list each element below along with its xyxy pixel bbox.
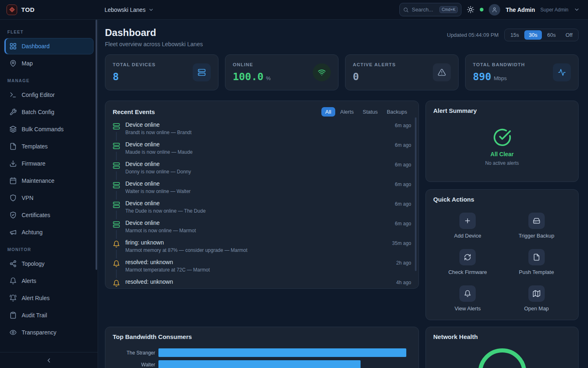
quick-action-check-firmware[interactable]: Check Firmware — [433, 249, 502, 275]
topbar-right: Search... Cmd+K The Admin Super Admin — [399, 3, 588, 16]
events-tab-all[interactable]: All — [321, 107, 335, 117]
topbar: TOD Lebowski Lanes Search... Cmd+K The A… — [0, 0, 588, 20]
event-title: resolved: unknown — [125, 278, 391, 285]
event-time: 35m ago — [392, 239, 411, 259]
avatar[interactable] — [489, 4, 500, 16]
stat-value: 0 — [353, 71, 359, 83]
event-body: Device onlineMaude is now online — Maude — [125, 141, 390, 161]
sidebar-item-alerts[interactable]: Alerts — [4, 273, 94, 289]
sidebar-item-audit-trail[interactable]: Audit Trail — [4, 307, 94, 323]
stat-value-row: 890Mbps — [473, 71, 525, 83]
server-icon — [198, 68, 206, 76]
bandwidth-bar-track — [158, 360, 411, 368]
bandwidth-bar — [158, 360, 361, 368]
sidebar-item-topology[interactable]: Topology — [4, 256, 94, 272]
sidebar-item-firmware[interactable]: Firmware — [4, 155, 94, 172]
event-body: resolved: unknown — [125, 278, 391, 288]
sidebar-collapse-button[interactable] — [0, 352, 98, 368]
sidebar-item-maintenance[interactable]: Maintenance — [4, 173, 94, 189]
stat-unit: % — [266, 75, 271, 81]
quick-action-button[interactable] — [459, 213, 476, 229]
quick-action-add-device[interactable]: Add Device — [433, 213, 502, 239]
sidebar-item-templates[interactable]: Templates — [4, 138, 94, 155]
events-tab-alerts[interactable]: Alerts — [336, 107, 358, 117]
page-header-text: Dashboard Fleet overview across Lebowski… — [105, 27, 203, 47]
bottom-row: Top Bandwidth Consumers The StrangerWalt… — [105, 327, 579, 368]
event-body: Device onlineMarmot is now online — Marm… — [125, 220, 390, 239]
panels-row: Recent Events AllAlertsStatusBackups Dev… — [105, 101, 579, 320]
event-row: Device onlineMaude is now online — Maude… — [113, 141, 411, 161]
refresh-option-15s[interactable]: 15s — [506, 30, 523, 40]
shield-check-icon — [9, 211, 17, 219]
sidebar-item-transparency[interactable]: Transparency — [4, 324, 94, 341]
sidebar-item-label: Dashboard — [22, 43, 50, 49]
theme-toggle-sun-icon[interactable] — [467, 6, 474, 13]
quick-action-button[interactable] — [528, 285, 545, 302]
connection-status-dot — [480, 8, 483, 11]
network-health-header: Network Health — [426, 327, 578, 343]
bandwidth-bar — [158, 348, 406, 357]
quick-action-button[interactable] — [459, 249, 476, 265]
timeline-connector — [116, 171, 117, 180]
stat-value: 100.0 — [233, 71, 263, 83]
sidebar-item-batch-config[interactable]: Batch Config — [4, 104, 94, 120]
events-tab-backups[interactable]: Backups — [383, 107, 411, 117]
sidebar-scrollbar[interactable] — [96, 20, 97, 270]
refresh-option-60s[interactable]: 60s — [543, 30, 560, 40]
quick-actions-panel: Quick Actions Add DeviceTrigger BackupCh… — [425, 189, 579, 320]
sidebar-item-vpn[interactable]: VPN — [4, 190, 94, 206]
sidebar-item-bulk-commands[interactable]: Bulk Commands — [4, 121, 94, 137]
quick-action-button[interactable] — [528, 213, 545, 229]
stat-value: 8 — [113, 71, 119, 83]
search-input[interactable]: Search... Cmd+K — [399, 3, 461, 16]
activity-icon — [558, 68, 566, 76]
quick-action-view-alerts[interactable]: View Alerts — [433, 285, 502, 312]
sidebar-item-alert-rules[interactable]: Alert Rules — [4, 290, 94, 306]
event-title: resolved: unknown — [125, 259, 391, 265]
quick-action-button[interactable] — [459, 285, 476, 302]
sidebar-item-achtung[interactable]: Achtung — [4, 224, 94, 240]
network-health-title: Network Health — [433, 333, 478, 340]
gem-icon — [9, 7, 15, 13]
updated-timestamp: Updated 05:44:09 PM — [447, 32, 499, 38]
quick-action-push-template[interactable]: Push Template — [502, 249, 571, 275]
event-title: Device online — [125, 161, 390, 167]
sidebar-item-dashboard[interactable]: Dashboard — [4, 38, 94, 54]
bandwidth-bar-row: Walter — [113, 360, 411, 368]
events-scrollbar[interactable] — [415, 117, 416, 271]
bell-ring-icon — [9, 294, 17, 302]
user-role: Super Admin — [540, 7, 568, 13]
sidebar-item-label: Achtung — [22, 229, 42, 236]
sidebar-item-map[interactable]: Map — [4, 55, 94, 72]
brand: TOD — [0, 4, 98, 15]
right-column: Alert Summary All Clear No active alerts… — [425, 101, 579, 320]
quick-action-button[interactable] — [528, 249, 545, 265]
sidebar-item-certificates[interactable]: Certificates — [4, 207, 94, 223]
refresh-option-30s[interactable]: 30s — [524, 30, 542, 40]
org-selector[interactable]: Lebowski Lanes — [105, 7, 154, 13]
sidebar-item-label: Maintenance — [22, 177, 54, 184]
event-row: resolved: unknownMarmot temperature at 7… — [113, 259, 411, 278]
timeline-connector — [116, 211, 117, 219]
bandwidth-header: Top Bandwidth Consumers — [105, 327, 419, 343]
page-header: Dashboard Fleet overview across Lebowski… — [105, 27, 579, 47]
sidebar-item-config-editor[interactable]: Config Editor — [4, 87, 94, 103]
check-circle-icon — [493, 128, 512, 147]
eye-icon — [9, 329, 17, 336]
stat-value-row: 0 — [353, 71, 396, 83]
server-icon — [113, 201, 120, 209]
stat-card-online: ONLINE100.0% — [225, 54, 339, 90]
event-body: firing: unknownMarmot memory at 87% — co… — [125, 239, 387, 259]
events-list: Device onlineBrandt is now online — Bran… — [105, 119, 419, 288]
quick-action-label: Trigger Backup — [519, 233, 555, 239]
quick-action-trigger-backup[interactable]: Trigger Backup — [502, 213, 571, 239]
alert-summary-title: Alert Summary — [433, 107, 477, 114]
bandwidth-bar-row: The Stranger — [113, 348, 411, 357]
user-name: The Admin — [506, 7, 535, 13]
timeline-connector — [116, 250, 117, 258]
quick-action-open-map[interactable]: Open Map — [502, 285, 571, 312]
events-tab-status[interactable]: Status — [359, 107, 382, 117]
user-menu-chevron-icon[interactable] — [574, 7, 580, 13]
event-detail: Walter is now online — Walter — [125, 188, 390, 194]
refresh-option-off[interactable]: Off — [561, 30, 577, 40]
